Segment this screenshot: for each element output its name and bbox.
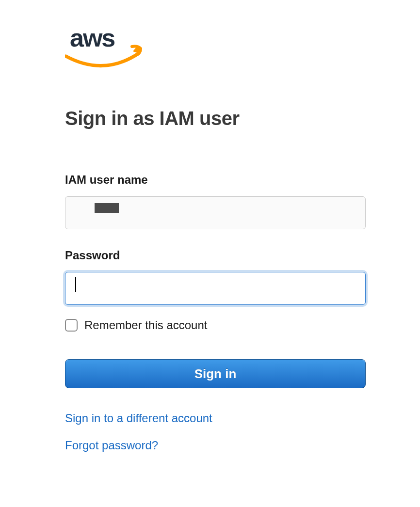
forgot-password-link[interactable]: Forgot password?	[65, 439, 366, 452]
page-title: Sign in as IAM user	[65, 108, 366, 129]
remember-checkbox[interactable]	[65, 319, 78, 332]
username-input[interactable]	[65, 196, 366, 229]
username-label: IAM user name	[65, 173, 366, 187]
svg-text:aws: aws	[70, 24, 114, 52]
aws-logo: aws	[65, 23, 366, 74]
signin-button[interactable]: Sign in	[65, 359, 366, 388]
remember-label: Remember this account	[84, 318, 207, 332]
text-cursor	[75, 277, 76, 292]
password-label: Password	[65, 249, 366, 262]
password-input[interactable]	[65, 272, 366, 305]
redacted-username	[95, 203, 119, 213]
different-account-link[interactable]: Sign in to a different account	[65, 412, 366, 425]
